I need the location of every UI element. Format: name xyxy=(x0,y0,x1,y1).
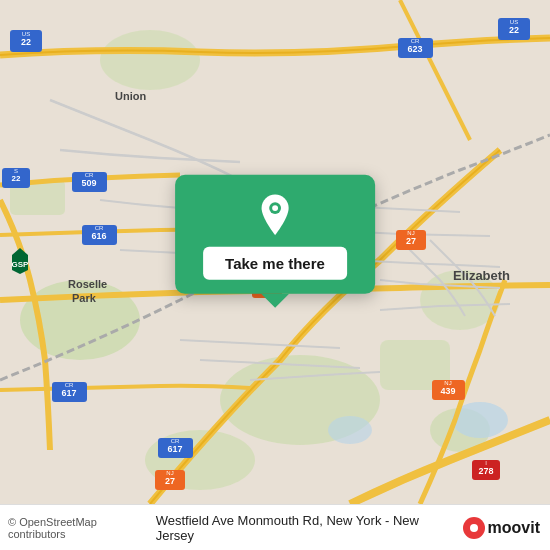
svg-text:616: 616 xyxy=(91,231,106,241)
moovit-brand-text: moovit xyxy=(488,519,540,537)
bottom-right-section: Westfield Ave Monmouth Rd, New York - Ne… xyxy=(156,513,540,543)
svg-text:US: US xyxy=(22,31,30,37)
location-pin-icon xyxy=(253,193,297,237)
moovit-dot-icon xyxy=(463,517,485,539)
svg-text:NJ: NJ xyxy=(444,380,451,386)
destination-label: Westfield Ave Monmouth Rd, New York - Ne… xyxy=(156,513,457,543)
popup-card: Take me there xyxy=(175,175,375,294)
svg-text:CR: CR xyxy=(171,438,180,444)
svg-text:623: 623 xyxy=(407,44,422,54)
svg-text:NJ: NJ xyxy=(407,230,414,236)
svg-text:CR: CR xyxy=(411,38,420,44)
svg-text:US: US xyxy=(510,19,518,25)
svg-point-8 xyxy=(100,30,200,90)
map-area: 22 US 22 US 22 S 509 CR 616 CR 617 CR 61… xyxy=(0,0,550,504)
svg-point-57 xyxy=(272,205,278,211)
svg-text:GSP: GSP xyxy=(12,260,30,269)
svg-text:617: 617 xyxy=(167,444,182,454)
svg-text:Roselle: Roselle xyxy=(68,278,107,290)
svg-text:439: 439 xyxy=(440,386,455,396)
svg-text:CR: CR xyxy=(65,382,74,388)
svg-text:22: 22 xyxy=(21,37,31,47)
popup-arrow xyxy=(261,294,289,308)
moovit-dot-inner xyxy=(470,524,478,532)
svg-text:CR: CR xyxy=(95,225,104,231)
svg-text:617: 617 xyxy=(61,388,76,398)
map-attribution: © OpenStreetMap contributors xyxy=(8,516,156,540)
svg-text:22: 22 xyxy=(12,174,21,183)
svg-text:278: 278 xyxy=(478,466,493,476)
svg-text:NJ: NJ xyxy=(166,470,173,476)
svg-text:27: 27 xyxy=(165,476,175,486)
svg-text:CR: CR xyxy=(85,172,94,178)
svg-text:Park: Park xyxy=(72,292,97,304)
svg-text:Union: Union xyxy=(115,90,146,102)
navigation-popup: Take me there xyxy=(175,175,375,308)
svg-text:509: 509 xyxy=(81,178,96,188)
svg-text:27: 27 xyxy=(406,236,416,246)
moovit-logo: moovit xyxy=(463,517,540,539)
bottom-bar: © OpenStreetMap contributors Westfield A… xyxy=(0,504,550,550)
svg-text:Elizabeth: Elizabeth xyxy=(453,268,510,283)
svg-text:S: S xyxy=(14,168,18,174)
take-me-there-button[interactable]: Take me there xyxy=(203,247,347,280)
svg-text:22: 22 xyxy=(509,25,519,35)
svg-point-10 xyxy=(328,416,372,444)
